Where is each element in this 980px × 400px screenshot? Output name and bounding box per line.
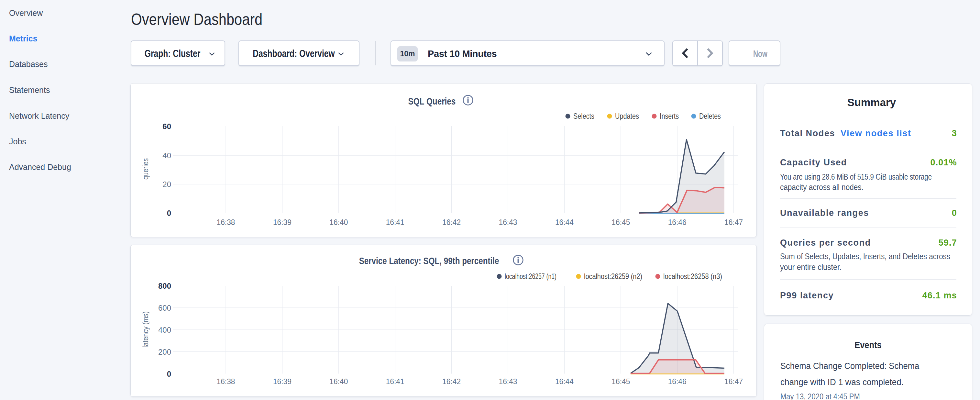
svg-text:16:43: 16:43 <box>499 218 517 226</box>
svg-text:16:43: 16:43 <box>499 377 517 386</box>
svg-text:40: 40 <box>162 151 171 160</box>
svg-text:Deletes: Deletes <box>699 112 721 120</box>
svg-text:16:40: 16:40 <box>329 377 348 386</box>
svg-text:16:42: 16:42 <box>442 218 461 226</box>
svg-text:0: 0 <box>167 209 171 217</box>
svg-text:16:47: 16:47 <box>724 218 743 226</box>
svg-text:60: 60 <box>162 122 171 131</box>
svg-text:16:39: 16:39 <box>273 377 291 386</box>
svg-text:latency (ms): latency (ms) <box>142 311 150 347</box>
svg-text:localhost:26257 (n1): localhost:26257 (n1) <box>505 272 557 280</box>
svg-text:16:38: 16:38 <box>217 377 235 386</box>
svg-text:16:44: 16:44 <box>555 377 574 386</box>
svg-text:16:42: 16:42 <box>442 377 461 386</box>
svg-text:Inserts: Inserts <box>660 112 679 120</box>
svg-text:16:44: 16:44 <box>555 218 574 226</box>
svg-text:16:46: 16:46 <box>668 377 687 386</box>
svg-text:16:46: 16:46 <box>668 218 687 226</box>
svg-text:400: 400 <box>158 325 171 334</box>
svg-text:16:41: 16:41 <box>386 377 404 386</box>
svg-text:16:40: 16:40 <box>329 218 348 226</box>
svg-text:16:47: 16:47 <box>724 377 743 386</box>
svg-text:16:45: 16:45 <box>611 377 630 386</box>
svg-text:20: 20 <box>162 180 171 189</box>
svg-text:16:45: 16:45 <box>611 218 630 226</box>
svg-text:800: 800 <box>158 282 171 290</box>
svg-text:localhost:26259 (n2): localhost:26259 (n2) <box>584 272 642 280</box>
svg-text:0: 0 <box>167 370 171 378</box>
svg-text:Selects: Selects <box>573 112 594 120</box>
svg-text:16:41: 16:41 <box>386 218 404 226</box>
svg-text:16:39: 16:39 <box>273 218 291 226</box>
svg-text:600: 600 <box>158 304 171 312</box>
svg-text:200: 200 <box>158 347 171 356</box>
svg-text:queries: queries <box>142 158 150 180</box>
svg-text:Updates: Updates <box>615 112 639 120</box>
svg-text:localhost:26258 (n3): localhost:26258 (n3) <box>663 272 722 280</box>
svg-text:16:38: 16:38 <box>217 218 235 226</box>
